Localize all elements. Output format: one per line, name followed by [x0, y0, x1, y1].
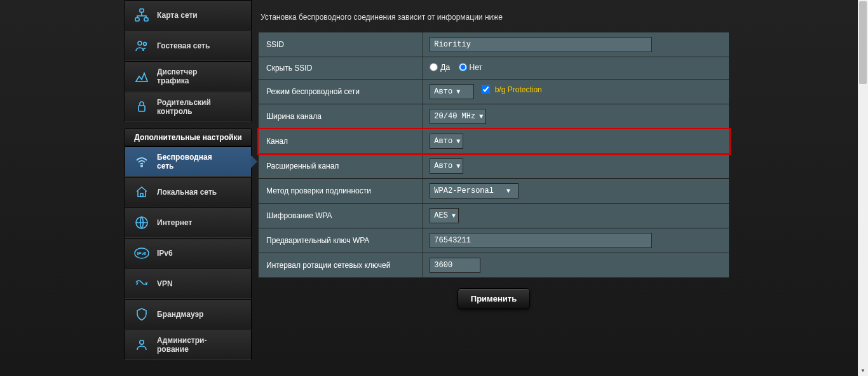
- traffic-icon: [133, 67, 151, 85]
- main-panel: Установка беспроводного соединения завис…: [258, 0, 733, 376]
- nav-vpn[interactable]: VPN: [125, 268, 252, 299]
- wpa-encryption-label: Шифрование WPA: [259, 204, 423, 228]
- channel-width-label: Ширина канала: [259, 104, 423, 129]
- nav-lan[interactable]: Локальная сеть: [125, 177, 252, 207]
- nav-firewall[interactable]: Брандмауэр: [125, 299, 252, 330]
- ssid-input[interactable]: [430, 37, 652, 52]
- nav-label: Беспроводная сеть: [157, 153, 212, 171]
- nav-label: Интернет: [157, 218, 192, 227]
- firewall-icon: [133, 305, 151, 323]
- svg-point-6: [141, 165, 142, 167]
- channel-select[interactable]: Авто▼: [430, 134, 463, 149]
- chevron-down-icon: ▼: [506, 188, 510, 195]
- parental-icon: [133, 98, 151, 116]
- svg-rect-5: [139, 106, 145, 111]
- chevron-down-icon: ▼: [479, 113, 483, 120]
- wireless-mode-label: Режим беспроводной сети: [259, 80, 423, 104]
- svg-rect-2: [144, 18, 148, 21]
- network-map-icon: [133, 6, 151, 24]
- hide-ssid-no[interactable]: Нет: [459, 63, 482, 72]
- intro-text: Установка беспроводного соединения завис…: [258, 0, 729, 32]
- svg-point-4: [144, 43, 147, 46]
- scrollbar-thumb[interactable]: [859, 1, 867, 84]
- wireless-settings-table: SSID Скрыть SSID Да Нет Режим беспроводн…: [258, 32, 729, 278]
- chevron-down-icon: ▼: [452, 212, 456, 219]
- nav-parental-control[interactable]: Родительский контроль: [125, 92, 252, 122]
- admin-icon: [133, 336, 151, 354]
- advanced-header: Дополнительные настройки: [125, 129, 252, 146]
- wifi-icon: [133, 153, 151, 171]
- scrollbar-track[interactable]: ▲ ▼: [858, 0, 868, 376]
- nav-administration[interactable]: Администри- рование: [125, 330, 252, 360]
- nav-internet[interactable]: Интернет: [125, 207, 252, 238]
- wpa-key-label: Предварительный ключ WPA: [259, 228, 423, 253]
- ssid-label: SSID: [259, 32, 423, 57]
- chevron-down-icon: ▼: [456, 138, 460, 145]
- nav-traffic-manager[interactable]: Диспетчер трафика: [125, 61, 252, 92]
- wpa-encryption-select[interactable]: AES▼: [430, 208, 459, 223]
- apply-button[interactable]: Применить: [458, 288, 530, 309]
- wpa-key-input[interactable]: [430, 233, 652, 248]
- nav-guest-network[interactable]: Гостевая сеть: [125, 31, 252, 61]
- nav-label: Родительский контроль: [157, 98, 211, 116]
- svg-rect-1: [135, 18, 139, 21]
- nav-wireless[interactable]: Беспроводная сеть: [125, 146, 252, 177]
- hide-ssid-label: Скрыть SSID: [259, 57, 423, 80]
- auth-method-label: Метод проверки подлинности: [259, 179, 423, 204]
- ext-channel-select[interactable]: Авто▼: [430, 158, 463, 174]
- wireless-mode-select[interactable]: Авто▼: [430, 84, 474, 99]
- nav-label: Диспетчер трафика: [157, 67, 197, 86]
- sidebar: Карта сети Гостевая сеть Диспетчер трафи…: [125, 0, 252, 376]
- nav-label: Брандмауэр: [157, 310, 203, 319]
- hide-ssid-yes[interactable]: Да: [430, 63, 450, 72]
- nav-ipv6[interactable]: IPv6 IPv6: [125, 238, 252, 268]
- key-rotation-label: Интервал ротации сетевых ключей: [259, 253, 423, 278]
- nav-label: Администри- рование: [157, 336, 207, 354]
- ext-channel-label: Расширенный канал: [259, 154, 423, 179]
- chevron-down-icon: ▼: [456, 163, 460, 170]
- ipv6-icon: IPv6: [133, 244, 151, 262]
- nav-label: Гостевая сеть: [157, 41, 210, 50]
- lan-icon: [133, 183, 151, 201]
- nav-label: IPv6: [157, 249, 173, 258]
- chevron-down-icon: ▼: [456, 88, 460, 95]
- nav-network-map[interactable]: Карта сети: [125, 0, 252, 31]
- scroll-down-icon[interactable]: ▼: [858, 366, 868, 376]
- nav-label: Карта сети: [157, 11, 198, 20]
- svg-point-11: [140, 340, 144, 344]
- svg-rect-7: [140, 193, 143, 197]
- nav-label: Локальная сеть: [157, 188, 217, 197]
- channel-width-select[interactable]: 20/40 MHz▼: [430, 109, 486, 124]
- svg-rect-0: [140, 9, 144, 12]
- internet-icon: [133, 214, 151, 232]
- vpn-icon: [133, 275, 151, 293]
- guest-icon: [133, 37, 151, 55]
- auth-method-select[interactable]: WPA2-Personal▼: [430, 183, 519, 198]
- bg-protection-check[interactable]: b/g Protection: [482, 85, 542, 94]
- channel-label: Канал: [259, 129, 423, 154]
- nav-label: VPN: [157, 279, 173, 288]
- key-rotation-input[interactable]: [430, 258, 480, 273]
- svg-point-3: [138, 41, 142, 45]
- svg-text:IPv6: IPv6: [137, 251, 147, 256]
